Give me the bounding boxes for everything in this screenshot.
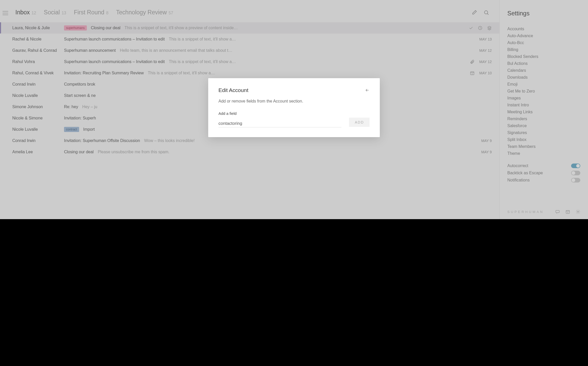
- modal-description: Add or remove fields from the Account se…: [218, 99, 370, 104]
- add-button[interactable]: ADD: [349, 118, 370, 127]
- modal-overlay[interactable]: Edit Account Add or remove fields from t…: [0, 0, 588, 219]
- field-label: Add a field: [218, 111, 370, 116]
- edit-account-modal: Edit Account Add or remove fields from t…: [208, 78, 380, 137]
- add-field-input[interactable]: [218, 120, 341, 127]
- modal-title: Edit Account: [218, 87, 248, 93]
- back-arrow-icon[interactable]: [365, 88, 370, 93]
